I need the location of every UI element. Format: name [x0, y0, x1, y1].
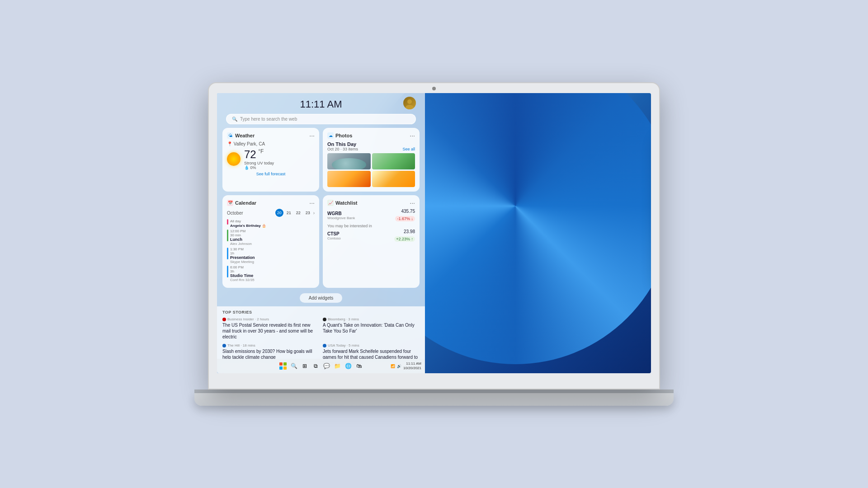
laptop-base	[194, 393, 674, 406]
weather-description: Strong UV today	[244, 161, 274, 165]
calendar-widget: 📅 Calendar ··· October 20 21 22 23	[222, 195, 319, 288]
weather-main: 72 °F Strong UV today 💧 0%	[227, 148, 315, 170]
search-bar[interactable]: 🔍 Type here to search the web	[226, 114, 416, 124]
weather-icon: 🌤	[227, 132, 233, 139]
photos-icon: ☁	[327, 132, 334, 139]
photos-more-button[interactable]: ···	[410, 132, 415, 139]
photo-thumb-4[interactable]	[372, 171, 415, 187]
taskbar-start[interactable]	[278, 361, 288, 371]
weather-title: Weather	[235, 133, 255, 138]
taskbar-network-icon: 📶	[391, 364, 395, 368]
news-item-2[interactable]: Bloomberg · 3 mins A Quant's Take on Inn…	[323, 317, 420, 340]
widgets-panel: 11:11 AM 🔍 Type here to search the web	[217, 93, 425, 373]
news-source-1: Business Insider · 2 hours	[222, 317, 319, 321]
cal-day-20[interactable]: 20	[275, 209, 283, 217]
weather-temp: 72	[244, 148, 256, 160]
calendar-title: Calendar	[235, 200, 256, 206]
stock-wgrb-ticker: WGRB	[327, 211, 355, 216]
taskbar: 🔍 ⊞ ⧉ 💬 📁 🌐 🛍 📶 🔊 11:11 AM 10/20/2	[217, 359, 425, 373]
time-display: 11:11 AM	[217, 93, 425, 114]
weather-sun-icon	[227, 152, 241, 166]
news-item-1[interactable]: Business Insider · 2 hours The US Postal…	[222, 317, 319, 340]
watchlist-more-button[interactable]: ···	[410, 200, 415, 206]
cal-event-allday: All day Angela's Birthday 🎂	[227, 219, 315, 228]
calendar-days: 20 21 22 23 ›	[275, 209, 315, 217]
photos-subheader: On This Day	[327, 141, 415, 147]
stock-wgrb: WGRB Woodgrove Bank 435.75 -1.67% ↓	[327, 209, 415, 222]
weather-header: 🌤 Weather ···	[227, 132, 315, 139]
cal-event-studio: 6:00 PM3h Studio Time Conf Rm 32/35	[227, 265, 315, 282]
stock-wgrb-name: Woodgrove Bank	[327, 216, 355, 220]
taskbar-store[interactable]: 🛍	[354, 361, 363, 371]
stock-ctsp-price: 23.98	[394, 229, 415, 234]
weather-unit: °F	[258, 148, 264, 155]
news-source-3: The Hill · 18 mins	[222, 343, 319, 347]
cal-day-21[interactable]: 21	[285, 209, 293, 217]
stock-ctsp-name: Contoso	[327, 236, 341, 240]
taskbar-volume-icon: 🔊	[397, 364, 401, 368]
taskbar-edge[interactable]: 🌐	[344, 361, 353, 371]
photos-title: Photos	[335, 133, 352, 138]
watchlist-widget: 📈 Watchlist ··· WGRB Woodgrove Bank	[323, 195, 420, 288]
photos-meta: Oct 20 · 33 items See all	[327, 147, 415, 151]
cal-event-lunch: 12:00 PM30 min Lunch Alex Johnson	[227, 229, 315, 246]
stock-ctsp-ticker: CTSP	[327, 231, 341, 236]
taskbar-chat[interactable]: 💬	[322, 361, 331, 371]
watchlist-header: 📈 Watchlist ···	[327, 200, 415, 206]
weather-forecast-link[interactable]: See full forecast	[227, 172, 315, 176]
news-source-4: USA Today · 5 mins	[323, 343, 420, 347]
photos-see-all[interactable]: See all	[402, 147, 415, 151]
news-source-2: Bloomberg · 3 mins	[323, 317, 420, 321]
photo-thumb-1[interactable]	[327, 153, 371, 169]
weather-widget: 🌤 Weather ··· 📍 Valley Park, CA 72	[222, 128, 319, 192]
taskbar-search[interactable]: 🔍	[289, 361, 298, 371]
taskbar-explorer[interactable]: 📁	[333, 361, 342, 371]
laptop-camera	[432, 87, 436, 90]
laptop-shell: 11:11 AM 🔍 Type here to search the web	[208, 82, 660, 389]
calendar-month: October	[227, 211, 243, 216]
user-avatar[interactable]	[403, 97, 416, 109]
photos-grid	[327, 153, 415, 187]
photos-header: ☁ Photos ···	[327, 132, 415, 139]
taskbar-right: 📶 🔊 11:11 AM 10/20/2021	[391, 361, 421, 371]
calendar-month-row: October 20 21 22 23 ›	[227, 209, 315, 217]
calendar-more-button[interactable]: ···	[309, 200, 315, 206]
calendar-header: 📅 Calendar ···	[227, 200, 315, 206]
watchlist-icon: 📈	[327, 200, 334, 206]
taskbar-center: 🔍 ⊞ ⧉ 💬 📁 🌐 🛍	[278, 361, 363, 371]
add-widgets-button[interactable]: Add widgets	[300, 293, 342, 303]
cal-event-presentation: 1:30 PM1h Presentation Skype Meeting	[227, 247, 315, 264]
weather-more-button[interactable]: ···	[309, 132, 315, 139]
news-headline-1: The US Postal Service revealed its first…	[222, 322, 319, 340]
photo-thumb-2[interactable]	[372, 153, 415, 169]
weather-location: 📍 Valley Park, CA	[227, 141, 315, 146]
calendar-icon: 📅	[227, 200, 233, 206]
watchlist-title: Watchlist	[335, 200, 358, 206]
stock-wgrb-price: 435.75	[395, 209, 415, 214]
cal-day-23[interactable]: 23	[304, 209, 312, 217]
photos-widget: ☁ Photos ··· On This Day Oct 20 · 33 ite…	[323, 128, 420, 192]
search-placeholder: Type here to search the web	[240, 117, 297, 122]
weather-precipitation: 💧 0%	[244, 165, 274, 170]
stock-ctsp: CTSP Contoso 23.98 +2.23% ↑	[327, 229, 415, 242]
taskbar-multitask[interactable]: ⧉	[311, 361, 320, 371]
widgets-grid: 🌤 Weather ··· 📍 Valley Park, CA 72	[217, 128, 425, 291]
svg-point-1	[406, 105, 414, 109]
svg-point-0	[407, 99, 412, 104]
stock-wgrb-change: -1.67% ↓	[395, 216, 415, 221]
news-label: TOP STORIES	[222, 310, 420, 314]
laptop-screen: 11:11 AM 🔍 Type here to search the web	[217, 93, 651, 373]
photo-thumb-3[interactable]	[327, 171, 371, 187]
cal-day-22[interactable]: 22	[294, 209, 302, 217]
laptop-hinge	[194, 389, 674, 393]
search-icon: 🔍	[232, 117, 237, 122]
news-headline-2: A Quant's Take on Innovation: 'Data Can …	[323, 322, 420, 334]
stock-ctsp-change: +2.23% ↑	[394, 236, 415, 242]
taskbar-time: 11:11 AM 10/20/2021	[403, 361, 421, 371]
taskbar-widgets[interactable]: ⊞	[300, 361, 309, 371]
interested-label: You may be interested in	[327, 224, 415, 228]
